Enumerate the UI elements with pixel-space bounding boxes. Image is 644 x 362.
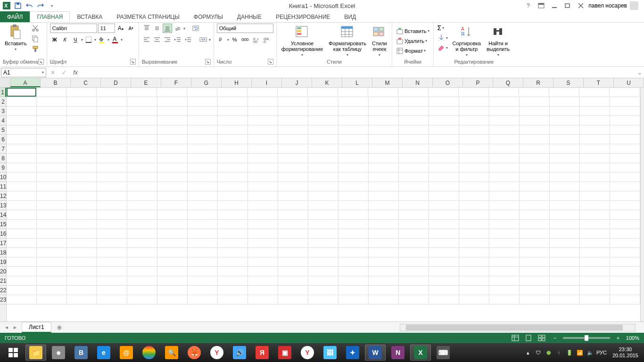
column-header[interactable]: A	[10, 78, 41, 87]
row-header[interactable]: 7	[0, 144, 6, 154]
cell[interactable]	[97, 144, 127, 154]
font-color-icon[interactable]: A	[110, 35, 120, 44]
cell[interactable]	[550, 229, 580, 239]
cell[interactable]	[339, 135, 369, 144]
cell[interactable]	[610, 163, 640, 173]
cell[interactable]	[248, 257, 278, 267]
row-header[interactable]: 8	[0, 154, 6, 163]
cell[interactable]	[248, 125, 278, 135]
taskbar-yandex-browser-icon[interactable]: Y	[297, 345, 318, 361]
column-header[interactable]: U	[614, 78, 644, 87]
cell[interactable]	[278, 135, 308, 144]
cell[interactable]	[580, 257, 610, 267]
delete-cells-button[interactable]: Удалить▾	[395, 37, 428, 45]
cell[interactable]	[308, 182, 339, 191]
cell[interactable]	[308, 286, 339, 295]
tab-page-layout[interactable]: РАЗМЕТКА СТРАНИЦЫ	[109, 11, 187, 22]
cell[interactable]	[218, 248, 248, 257]
cell[interactable]	[459, 286, 489, 295]
align-center-icon[interactable]	[152, 35, 162, 44]
redo-icon[interactable]	[36, 1, 45, 10]
cell[interactable]	[308, 97, 339, 107]
cell[interactable]	[127, 154, 157, 163]
tray-volume-icon[interactable]: 🔈	[586, 348, 594, 357]
cell[interactable]	[549, 88, 579, 97]
cell[interactable]	[550, 116, 580, 125]
cell[interactable]	[429, 88, 459, 97]
cell[interactable]	[188, 286, 218, 295]
cell[interactable]	[7, 239, 37, 248]
cell[interactable]	[520, 220, 550, 229]
cell[interactable]	[248, 173, 278, 182]
format-as-table-button[interactable]: Форматировать как таблицу▾	[327, 24, 368, 58]
cell[interactable]	[248, 88, 278, 97]
cell[interactable]	[610, 267, 640, 276]
cell[interactable]	[339, 229, 369, 239]
cell[interactable]	[610, 229, 640, 239]
cell[interactable]	[580, 210, 610, 220]
cell[interactable]	[369, 267, 399, 276]
row-header[interactable]: 11	[0, 182, 6, 191]
cell[interactable]	[369, 116, 399, 125]
decrease-decimal-icon[interactable]: .00.0	[261, 35, 271, 44]
cell[interactable]	[520, 286, 550, 295]
tab-view[interactable]: ВИД	[337, 11, 363, 22]
cell[interactable]	[369, 182, 399, 191]
cell[interactable]	[157, 248, 188, 257]
cell[interactable]	[7, 173, 37, 182]
cell[interactable]	[610, 201, 640, 210]
cell[interactable]	[97, 88, 127, 97]
bold-button[interactable]: Ж	[50, 35, 59, 44]
fill-color-icon[interactable]	[97, 35, 107, 44]
cell[interactable]	[7, 154, 37, 163]
cell[interactable]	[308, 267, 339, 276]
cell[interactable]	[550, 173, 580, 182]
cell[interactable]	[489, 248, 520, 257]
cell[interactable]	[157, 267, 188, 276]
cell[interactable]	[520, 276, 550, 286]
cell[interactable]	[339, 248, 369, 257]
cell[interactable]	[157, 173, 188, 182]
user-account[interactable]: павел носарев	[588, 1, 638, 10]
cell[interactable]	[7, 286, 37, 295]
cell[interactable]	[157, 107, 188, 116]
cell[interactable]	[429, 201, 459, 210]
cell[interactable]	[550, 154, 580, 163]
increase-font-icon[interactable]: A▴	[116, 24, 125, 33]
cell[interactable]	[218, 144, 248, 154]
cell[interactable]	[218, 286, 248, 295]
cell[interactable]	[610, 97, 640, 107]
cell[interactable]	[369, 210, 399, 220]
cell[interactable]	[308, 257, 339, 267]
cell[interactable]	[398, 88, 429, 97]
cell[interactable]	[248, 144, 278, 154]
cell[interactable]	[610, 210, 640, 220]
cell[interactable]	[489, 286, 520, 295]
cell[interactable]	[369, 125, 399, 135]
zoom-out-button[interactable]: −	[550, 334, 560, 342]
add-sheet-button[interactable]: ⊕	[54, 322, 65, 333]
cell[interactable]	[97, 154, 127, 163]
cell[interactable]	[399, 154, 429, 163]
cell[interactable]	[338, 88, 368, 97]
cell[interactable]	[278, 163, 308, 173]
taskbar-yandex2-icon[interactable]: Я	[252, 345, 272, 361]
column-header[interactable]: M	[372, 78, 403, 87]
cell[interactable]	[369, 107, 399, 116]
cell[interactable]	[37, 107, 67, 116]
cell[interactable]	[459, 88, 489, 97]
cell[interactable]	[7, 220, 37, 229]
cell[interactable]	[550, 135, 580, 144]
cell[interactable]	[429, 173, 459, 182]
cell[interactable]	[339, 210, 369, 220]
cell[interactable]	[550, 220, 580, 229]
cell[interactable]	[157, 295, 188, 304]
cell[interactable]	[97, 276, 127, 286]
cell[interactable]	[127, 257, 157, 267]
cell[interactable]	[459, 97, 489, 107]
underline-button[interactable]: Ч	[71, 35, 80, 44]
cell[interactable]	[610, 276, 640, 286]
cell[interactable]	[308, 173, 339, 182]
undo-icon[interactable]	[25, 1, 34, 10]
zoom-in-button[interactable]: +	[613, 334, 623, 342]
